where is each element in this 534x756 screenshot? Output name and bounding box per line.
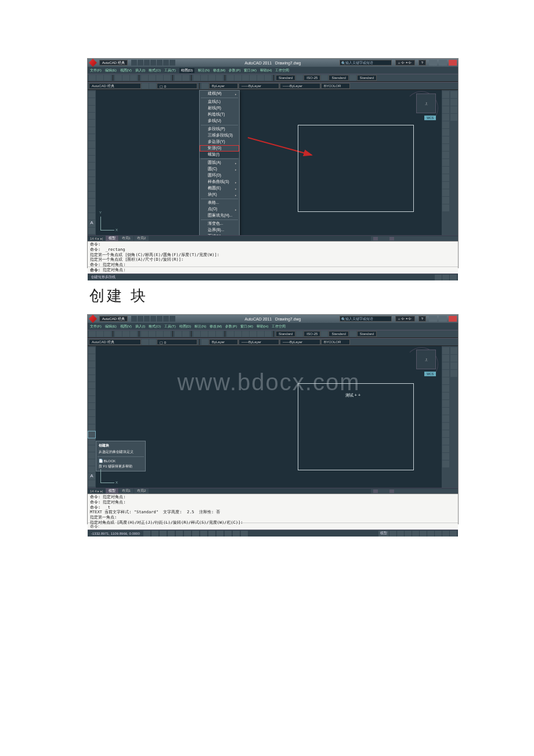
markup-icon[interactable] bbox=[257, 75, 264, 81]
markup-icon[interactable] bbox=[257, 331, 264, 337]
new-icon[interactable] bbox=[89, 331, 96, 337]
region-icon[interactable] bbox=[88, 206, 95, 213]
menu-format[interactable]: 格式(O) bbox=[149, 68, 161, 73]
workspace-indicator[interactable]: AutoCAD 经典 bbox=[99, 316, 128, 322]
menu-tools[interactable]: 工具(T) bbox=[164, 324, 176, 329]
preview-icon[interactable] bbox=[122, 331, 129, 337]
draw-menu-item[interactable]: 块(K)▸ bbox=[200, 192, 239, 198]
spline-icon[interactable] bbox=[88, 149, 95, 155]
arc-icon[interactable] bbox=[88, 382, 95, 388]
ellipse-arc-icon[interactable] bbox=[88, 417, 95, 423]
zoom-prev-icon[interactable] bbox=[216, 75, 223, 81]
pan-icon[interactable] bbox=[193, 75, 200, 81]
help-search-input[interactable]: 🔍 输入关键字或短语 bbox=[340, 316, 392, 322]
quickcalc-icon[interactable] bbox=[265, 75, 272, 81]
annotation-visibility-icon[interactable] bbox=[412, 531, 419, 537]
pline-icon[interactable] bbox=[88, 361, 95, 368]
move-icon[interactable] bbox=[442, 129, 449, 136]
wcs-badge[interactable]: WCS bbox=[424, 372, 436, 376]
otrack-toggle[interactable] bbox=[192, 531, 199, 537]
menu-parametric[interactable]: 参数(P) bbox=[225, 324, 237, 329]
sheetset-icon[interactable] bbox=[250, 331, 257, 337]
menu-dimension[interactable]: 标注(N) bbox=[198, 68, 210, 73]
trim-icon[interactable] bbox=[442, 415, 449, 422]
break-icon[interactable] bbox=[442, 174, 449, 181]
dimstyle-icon[interactable] bbox=[321, 331, 328, 337]
draw-menu-item[interactable]: 样条曲线(S)▸ bbox=[200, 179, 239, 185]
quick-access-toolbar[interactable] bbox=[131, 60, 175, 66]
quickview-drawings-icon[interactable] bbox=[397, 531, 404, 537]
extend-icon[interactable] bbox=[442, 423, 449, 430]
menu-modify[interactable]: 修改(M) bbox=[213, 68, 225, 73]
save-icon[interactable] bbox=[104, 75, 111, 81]
command-input-bar[interactable]: 命令: bbox=[88, 267, 458, 273]
qat-save-icon[interactable] bbox=[144, 316, 150, 322]
stretch-icon[interactable] bbox=[442, 152, 449, 159]
xline-icon[interactable] bbox=[88, 98, 95, 105]
tab-model[interactable]: 模型 bbox=[106, 488, 118, 494]
erase-icon[interactable] bbox=[442, 91, 449, 98]
workspace-dropdown[interactable]: AutoCAD 经典 bbox=[89, 83, 141, 89]
bringabove-icon[interactable] bbox=[450, 106, 457, 113]
qat-undo-icon[interactable] bbox=[150, 60, 156, 66]
scale-icon[interactable] bbox=[442, 144, 449, 151]
menu-window[interactable]: 窗口(W) bbox=[244, 68, 257, 73]
menu-dimension[interactable]: 标注(N) bbox=[194, 324, 206, 329]
menu-draw[interactable]: 绘图(D) bbox=[179, 68, 194, 73]
make-block-icon[interactable] bbox=[88, 431, 95, 438]
lwt-toggle[interactable] bbox=[217, 531, 223, 537]
qat-open-icon[interactable] bbox=[138, 316, 143, 322]
join-icon[interactable] bbox=[442, 438, 449, 445]
3dosnap-toggle[interactable] bbox=[184, 531, 191, 537]
bringfront-icon[interactable] bbox=[450, 347, 457, 354]
copy-obj-icon[interactable] bbox=[442, 355, 449, 362]
textstyle-icon[interactable] bbox=[296, 331, 303, 337]
preview-icon[interactable] bbox=[122, 75, 129, 81]
draw-menu-item[interactable]: 多边形(Y) bbox=[200, 139, 239, 145]
mtext-icon-A[interactable]: A bbox=[88, 473, 95, 480]
stretch-icon[interactable] bbox=[442, 408, 449, 415]
drawing-canvas[interactable]: 建模(M)▸直线(L)射线(R)构造线(T)多线(U)多段线(P)三维多段线(3… bbox=[96, 90, 442, 235]
color-icon[interactable] bbox=[201, 339, 208, 345]
layer-dropdown[interactable]: ▢ 0 bbox=[157, 339, 197, 345]
pan-icon[interactable] bbox=[193, 331, 200, 337]
mirror-icon[interactable] bbox=[442, 106, 449, 113]
ortho-toggle[interactable] bbox=[160, 531, 167, 537]
maximize-button[interactable] bbox=[439, 316, 447, 322]
ellipse-arc-icon[interactable] bbox=[88, 163, 95, 169]
match-icon[interactable] bbox=[164, 331, 171, 337]
cut-icon[interactable] bbox=[141, 75, 148, 81]
tab-nav-buttons[interactable]: 14 4 ▸ ▸| bbox=[90, 236, 103, 240]
draw-menu-item[interactable]: 直线(L) bbox=[200, 99, 239, 105]
sendback-icon[interactable] bbox=[450, 355, 457, 362]
bringabove-icon[interactable] bbox=[450, 362, 457, 369]
annotation-scale-icon[interactable] bbox=[405, 531, 412, 537]
textstyle-dropdown[interactable]: Standard bbox=[276, 331, 295, 337]
modelspace-button[interactable]: 模型 bbox=[378, 531, 389, 537]
undo-icon[interactable] bbox=[175, 331, 182, 337]
tpy-toggle[interactable] bbox=[225, 531, 232, 537]
osnap-toggle[interactable] bbox=[176, 531, 183, 537]
layer-dropdown[interactable]: ▢ 0 bbox=[157, 83, 197, 89]
help-button[interactable]: ? bbox=[418, 316, 426, 322]
viewcube[interactable]: 上 bbox=[416, 350, 436, 369]
lineweight-dropdown[interactable]: —— ByLayer bbox=[280, 83, 320, 89]
tab-model[interactable]: 模型 bbox=[106, 236, 118, 241]
quick-access-toolbar[interactable] bbox=[131, 316, 175, 322]
mleaderstyle-dropdown[interactable]: Standard bbox=[357, 75, 377, 81]
plotstyle-dropdown[interactable]: BYCOLOR bbox=[321, 339, 350, 345]
tablestyle-dropdown[interactable]: Standard bbox=[329, 331, 348, 337]
menu-modify[interactable]: 修改(M) bbox=[210, 324, 222, 329]
draw-menu-item[interactable]: 表格... bbox=[200, 200, 239, 206]
draw-menu-item[interactable]: 建模(M)▸ bbox=[200, 91, 239, 97]
tab-layout2[interactable]: 布局2 bbox=[134, 488, 149, 494]
sendunder-icon[interactable] bbox=[450, 114, 457, 121]
copy-obj-icon[interactable] bbox=[442, 99, 449, 106]
draw-menu-item[interactable]: 圆(C)▸ bbox=[200, 166, 239, 172]
textstyle-icon[interactable] bbox=[296, 75, 303, 81]
lineweight-dropdown[interactable]: —— ByLayer bbox=[280, 339, 320, 345]
sc-toggle[interactable] bbox=[241, 531, 248, 537]
help-search-input[interactable]: 🔍 输入关键字或短语 bbox=[340, 60, 392, 66]
color-dropdown[interactable]: ByLayer bbox=[209, 339, 238, 345]
zoom-prev-icon[interactable] bbox=[216, 331, 223, 337]
